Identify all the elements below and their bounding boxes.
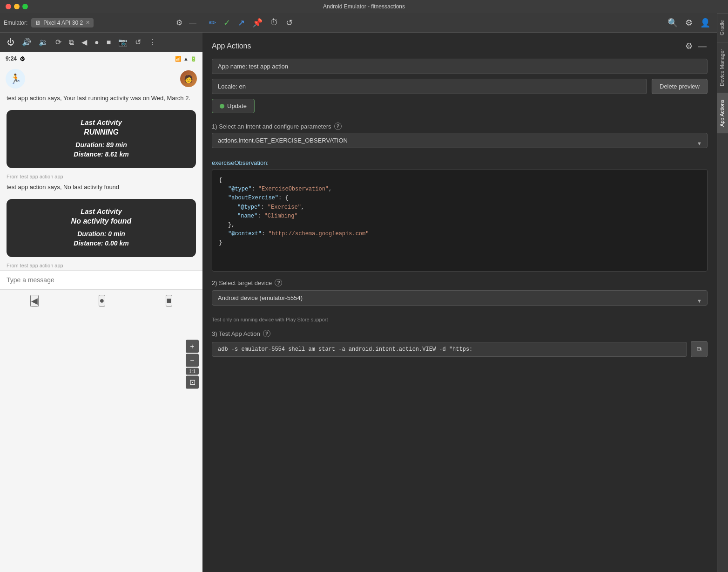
status-bar: 9:24 ⚙ 📶 ▲ 🔋 xyxy=(0,52,202,65)
card1-distance: Distance: 8.61 km xyxy=(16,150,187,158)
zoom-in-button[interactable]: + xyxy=(186,340,199,353)
app-actions-tab[interactable]: App Actions xyxy=(717,93,728,133)
chat-message-1: test app action says, Your last running … xyxy=(0,92,202,106)
window-controls[interactable] xyxy=(6,4,28,9)
app-name-input[interactable] xyxy=(212,59,708,74)
card1-duration: Duration: 89 min xyxy=(16,141,187,149)
wifi-icon: 📶 xyxy=(175,56,182,62)
copy-adb-button[interactable]: ⧉ xyxy=(691,341,708,357)
back-nav-button[interactable]: ◀ xyxy=(79,37,89,48)
update-label: Update xyxy=(227,102,247,109)
window-title: Android Emulator - fitnessactions xyxy=(323,3,405,10)
from-label-2: From test app action app xyxy=(0,261,202,270)
card2-duration: Duration: 0 min xyxy=(16,230,187,238)
param-label: exerciseObservation: xyxy=(212,159,708,166)
aa-settings-icon[interactable]: ⚙ xyxy=(684,40,694,52)
minimize-button[interactable] xyxy=(14,4,20,9)
emulator-label: Emulator: xyxy=(4,20,27,26)
recents-button[interactable]: ■ xyxy=(166,295,173,306)
device-select-wrapper[interactable]: Android device (emulator-5554) xyxy=(212,290,708,311)
aa-minimize-icon[interactable]: — xyxy=(697,40,708,52)
zoom-ratio-label: 1:1 xyxy=(186,368,199,375)
home-button[interactable]: ● xyxy=(99,295,106,306)
phone-nav: ◀ ● ■ xyxy=(0,289,202,312)
settings-btn[interactable]: ⚙ xyxy=(684,17,694,29)
title-bar: Android Emulator - fitnessactions xyxy=(0,0,728,13)
close-button[interactable] xyxy=(6,4,11,9)
gradle-tab[interactable]: Gradle xyxy=(717,13,728,42)
from-label-1: From test app action app xyxy=(0,172,202,181)
status-time: 9:24 xyxy=(6,55,17,62)
back-button[interactable]: ◀ xyxy=(30,295,39,307)
settings-button[interactable]: ⚙ xyxy=(174,17,185,28)
volume-down-button[interactable]: 🔉 xyxy=(36,37,50,48)
section1-help-icon[interactable]: ? xyxy=(334,123,342,130)
section2-help-icon[interactable]: ? xyxy=(275,279,282,286)
minimize-emu-button[interactable]: — xyxy=(187,18,199,28)
activity-card-1: Last Activity RUNNING Duration: 89 min D… xyxy=(7,110,196,168)
record-button[interactable]: ● xyxy=(92,37,101,48)
power-button[interactable]: ⏻ xyxy=(5,37,17,48)
json-editor[interactable]: { "@type": "ExerciseObservation", "about… xyxy=(212,169,708,272)
emulator-toolbar: Emulator: 🖥 Pixel 4 API 30 2 ✕ ⚙ — xyxy=(0,13,202,33)
zoom-controls: + − 1:1 ⊡ xyxy=(186,340,199,388)
search-btn[interactable]: 🔍 xyxy=(667,17,679,29)
maximize-button[interactable] xyxy=(22,4,28,9)
pencil-icon-btn[interactable]: ✏ xyxy=(208,17,217,29)
pin-btn[interactable]: 📌 xyxy=(251,17,263,29)
app-icon: 🏃 xyxy=(6,69,25,89)
device-select[interactable]: Android device (emulator-5554) xyxy=(212,290,708,306)
emulator-toolbar2: ⏻ 🔊 🔉 ⟳ ⧉ ◀ ● ■ 📷 ↺ ⋮ xyxy=(0,33,202,52)
screenshot-button[interactable]: 📷 xyxy=(116,37,130,48)
stop-button[interactable]: ■ xyxy=(104,37,114,48)
app-actions-toolbar: ✏ ✓ ↗ 📌 ⏱ ↺ 🔍 ⚙ 👤 xyxy=(202,13,717,33)
fold-button[interactable]: ⧉ xyxy=(67,37,76,48)
device-tab-name: Pixel 4 API 30 2 xyxy=(43,20,83,26)
profile-btn[interactable]: 👤 xyxy=(699,17,711,29)
locale-input[interactable] xyxy=(212,79,647,94)
section2-label: 2) Select target device ? xyxy=(212,279,708,286)
card2-title: Last Activity xyxy=(16,207,187,215)
delete-preview-button[interactable]: Delete preview xyxy=(652,79,708,94)
chat-message-2: test app action says, No last activity f… xyxy=(0,181,202,195)
update-button[interactable]: Update xyxy=(212,99,255,113)
section3-help-icon[interactable]: ? xyxy=(263,330,270,337)
activity-card-2: Last Activity No activity found Duration… xyxy=(7,199,196,257)
intent-select-wrapper[interactable]: actions.intent.GET_EXERCISE_OBSERVATION xyxy=(212,133,708,154)
clock-btn[interactable]: ⏱ xyxy=(269,17,279,28)
volume-up-button[interactable]: 🔊 xyxy=(20,37,34,48)
device-manager-tab[interactable]: Device Manager xyxy=(717,42,728,93)
zoom-out-button[interactable]: − xyxy=(186,354,199,367)
message-input[interactable] xyxy=(7,276,196,284)
signal-icon: ▲ xyxy=(183,56,189,61)
check-icon-btn[interactable]: ✓ xyxy=(222,17,231,29)
intent-select[interactable]: actions.intent.GET_EXERCISE_OBSERVATION xyxy=(212,133,708,148)
phone-screen: 9:24 ⚙ 📶 ▲ 🔋 🏃 🧑 test app action says, Y… xyxy=(0,52,202,572)
update-status-dot xyxy=(220,104,224,109)
message-input-area[interactable] xyxy=(0,270,202,289)
settings-status-icon: ⚙ xyxy=(20,55,25,62)
app-actions-content: App Actions ⚙ — Delete preview Update xyxy=(202,33,717,572)
undo-btn[interactable]: ↺ xyxy=(285,17,294,29)
battery-icon: 🔋 xyxy=(190,56,197,62)
replay-button[interactable]: ↺ xyxy=(133,37,143,48)
more-button[interactable]: ⋮ xyxy=(146,37,158,48)
arrow-up-right-btn[interactable]: ↗ xyxy=(237,17,246,29)
side-tabs-panel: Gradle Device Manager App Actions xyxy=(717,13,728,572)
adb-command-row: ⧉ xyxy=(212,341,708,357)
device-tab[interactable]: 🖥 Pixel 4 API 30 2 ✕ xyxy=(31,18,94,27)
zoom-fit-button[interactable]: ⊡ xyxy=(186,375,199,388)
app-header: 🏃 🧑 xyxy=(0,65,202,92)
section1-label: 1) Select an intent and configure parame… xyxy=(212,123,708,130)
rotate-button[interactable]: ⟳ xyxy=(53,37,64,48)
locale-row: Delete preview xyxy=(212,79,708,94)
avatar: 🧑 xyxy=(180,70,197,87)
app-actions-main: App Actions ⚙ — Delete preview Update xyxy=(212,40,708,565)
app-actions-title-row: App Actions ⚙ — xyxy=(212,40,708,52)
adb-command-input[interactable] xyxy=(212,342,687,357)
card1-type: RUNNING xyxy=(16,128,187,136)
close-tab-icon[interactable]: ✕ xyxy=(86,20,90,26)
card2-distance: Distance: 0.00 km xyxy=(16,239,187,247)
section3-label: 3) Test App Action ? xyxy=(212,330,708,337)
app-actions-title: App Actions xyxy=(212,42,251,50)
